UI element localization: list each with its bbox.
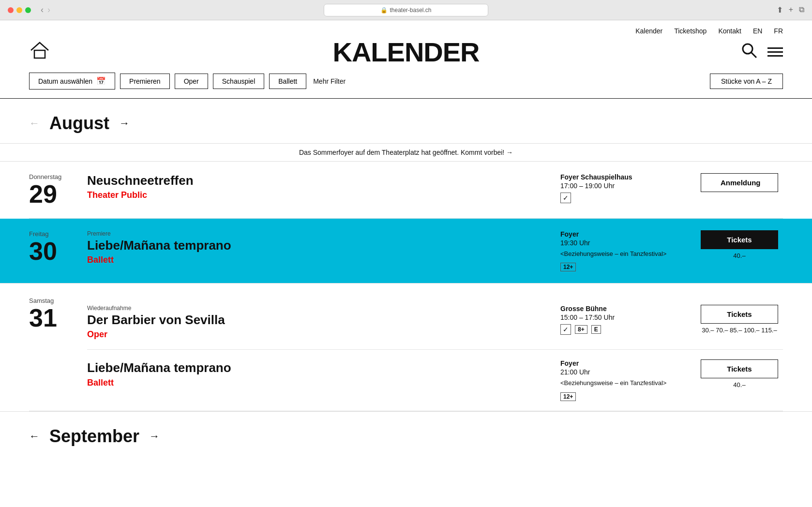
dot-red[interactable] <box>8 7 14 13</box>
age-badge-31-2: 12+ <box>560 392 576 401</box>
next-month-button[interactable]: → <box>119 117 130 130</box>
age-badge-30: 12+ <box>560 263 576 271</box>
venue-time-29: 17:00 – 19:00 Uhr <box>560 182 686 190</box>
venue-note-31-2: <Beziehungsweise – ein Tanzfestival> <box>560 379 686 388</box>
event-day-30: Freitag 30 Premiere Liebe/Mañana tempran… <box>0 219 812 283</box>
event-tag-31-1: Wiederaufnahme <box>87 305 551 312</box>
event-title-31-1: Der Barbier von Sevilla <box>87 313 551 328</box>
lock-icon: 🔒 <box>380 7 388 14</box>
event-title-31-2: Liebe/Mañana temprano <box>87 360 551 375</box>
day-number-31: 31 <box>29 305 87 330</box>
event-day-31: Samstag 31 Wiederaufnahme Der Barbier vo… <box>29 283 783 411</box>
month-name: August <box>49 113 109 134</box>
dot-green[interactable] <box>25 7 31 13</box>
filters: Datum auswählen 📅 Premieren Oper Schausp… <box>0 73 812 98</box>
prev-month-sept-button[interactable]: ← <box>29 430 40 443</box>
event-action-30: Tickets 40.– <box>696 230 783 259</box>
address-bar[interactable]: 🔒 theater-basel.ch <box>324 4 488 16</box>
check-badge-29: ✓ <box>560 193 571 203</box>
windows-icon[interactable]: ⧉ <box>799 5 804 15</box>
event-action-31-2: Tickets 40.– <box>696 359 783 388</box>
prev-month-button[interactable]: ← <box>29 117 40 130</box>
ticket-price-30: 40.– <box>733 252 745 259</box>
nav-lang-en[interactable]: EN <box>753 27 762 35</box>
tickets-button-30[interactable]: Tickets <box>701 230 778 249</box>
event-info-31-2: Liebe/Mañana temprano Ballett <box>87 359 560 388</box>
stuecke-button[interactable]: Stücke von A – Z <box>710 74 783 89</box>
mehr-filter[interactable]: Mehr Filter <box>313 77 346 85</box>
event-list: Donnerstag 29 Neuschneetreffen Theater P… <box>0 162 812 411</box>
oper-filter[interactable]: Oper <box>175 74 208 89</box>
schauspiel-filter[interactable]: Schauspiel <box>213 74 265 89</box>
nav-ticketshop[interactable]: Ticketshop <box>674 27 707 35</box>
august-nav: ← August → <box>0 99 812 143</box>
header-icons <box>740 42 783 62</box>
sub-events-31: Wiederaufnahme Der Barbier von Sevilla O… <box>87 295 783 410</box>
browser-actions: ⬆ + ⧉ <box>777 5 804 15</box>
dot-yellow[interactable] <box>16 7 22 13</box>
event-venue-31-1: Grosse Bühne 15:00 – 17:50 Uhr ✓ 8+ E <box>560 305 696 335</box>
venue-note-30: <Beziehungsweise – ein Tanzfestival> <box>560 250 686 258</box>
date-block-30: Freitag 30 <box>29 230 87 264</box>
home-icon[interactable] <box>29 40 50 64</box>
tickets-button-31-1[interactable]: Tickets <box>701 305 778 324</box>
tickets-button-31-2[interactable]: Tickets <box>701 359 778 378</box>
event-category-29: Theater Public <box>87 190 551 200</box>
event-title-30: Liebe/Mañana temprano <box>87 238 551 253</box>
nav-kontakt[interactable]: Kontakt <box>718 27 741 35</box>
date-block-31: Samstag 31 <box>29 295 87 330</box>
page: Kalender Ticketshop Kontakt EN FR KALEND… <box>0 20 812 507</box>
search-button[interactable] <box>740 42 758 62</box>
day-number-29: 29 <box>29 181 87 207</box>
event-info-31-1: Wiederaufnahme Der Barbier von Sevilla O… <box>87 305 560 340</box>
event-category-31-1: Oper <box>87 329 551 340</box>
nav-forward[interactable]: › <box>47 5 50 15</box>
browser-chrome: ‹ › 🔒 theater-basel.ch ⬆ + ⧉ <box>0 0 812 20</box>
browser-dots <box>8 7 31 13</box>
premieren-filter[interactable]: Premieren <box>120 74 170 89</box>
nav-kalender[interactable]: Kalender <box>635 27 662 35</box>
svg-rect-0 <box>34 50 45 58</box>
venue-name-31-2: Foyer <box>560 359 686 367</box>
venue-time-31-2: 21:00 Uhr <box>560 368 686 376</box>
sept-month-name: September <box>49 426 139 447</box>
url-text: theater-basel.ch <box>390 7 431 14</box>
share-icon[interactable]: ⬆ <box>777 5 783 15</box>
ticket-price-31-1: 30.– 70.– 85.– 100.– 115.– <box>702 327 777 334</box>
datum-filter[interactable]: Datum auswählen 📅 <box>29 73 115 89</box>
announcement-text: Das Sommerfoyer auf dem Theaterplatz hat… <box>299 149 513 156</box>
announcement-bar[interactable]: Das Sommerfoyer auf dem Theaterplatz hat… <box>0 143 812 162</box>
event-title-29: Neuschneetreffen <box>87 173 551 188</box>
day-name-31: Samstag <box>29 297 87 304</box>
lang-badge-31-1: E <box>591 325 601 334</box>
event-venue-31-2: Foyer 21:00 Uhr <Beziehungsweise – ein T… <box>560 359 696 401</box>
age-badge-31-1: 8+ <box>575 325 587 334</box>
event-day-29: Donnerstag 29 Neuschneetreffen Theater P… <box>29 162 783 219</box>
venue-time-31-1: 15:00 – 17:50 Uhr <box>560 313 686 321</box>
ballett-filter[interactable]: Ballett <box>269 74 306 89</box>
september-nav: ← September → <box>0 411 812 461</box>
venue-name-30: Foyer <box>560 230 686 238</box>
sub-event-31-1: Wiederaufnahme Der Barbier von Sevilla O… <box>87 295 783 349</box>
event-venue-29: Foyer Schauspielhaus 17:00 – 19:00 Uhr ✓ <box>560 173 696 203</box>
menu-button[interactable] <box>767 47 783 57</box>
svg-line-2 <box>751 52 756 58</box>
next-month-sept-button[interactable]: → <box>149 430 160 443</box>
nav-lang-fr[interactable]: FR <box>774 27 783 35</box>
ticket-price-31-2: 40.– <box>733 381 745 388</box>
top-nav: Kalender Ticketshop Kontakt EN FR <box>0 20 812 35</box>
site-title: KALENDER <box>332 36 479 68</box>
event-action-29: Anmeldung <box>696 173 783 195</box>
calendar-icon: 📅 <box>96 76 106 86</box>
sub-event-31-2: Liebe/Mañana temprano Ballett Foyer 21:0… <box>87 349 783 410</box>
date-block-29: Donnerstag 29 <box>29 173 87 207</box>
main-header: KALENDER <box>0 35 812 73</box>
event-venue-30: Foyer 19:30 Uhr <Beziehungsweise – ein T… <box>560 230 696 271</box>
anmeldung-button[interactable]: Anmeldung <box>701 173 778 192</box>
venue-time-30: 19:30 Uhr <box>560 239 686 247</box>
event-category-31-2: Ballett <box>87 378 551 388</box>
new-tab-icon[interactable]: + <box>789 5 793 15</box>
nav-back[interactable]: ‹ <box>41 5 44 15</box>
day-name-30: Freitag <box>29 230 87 238</box>
venue-name-29: Foyer Schauspielhaus <box>560 173 686 181</box>
